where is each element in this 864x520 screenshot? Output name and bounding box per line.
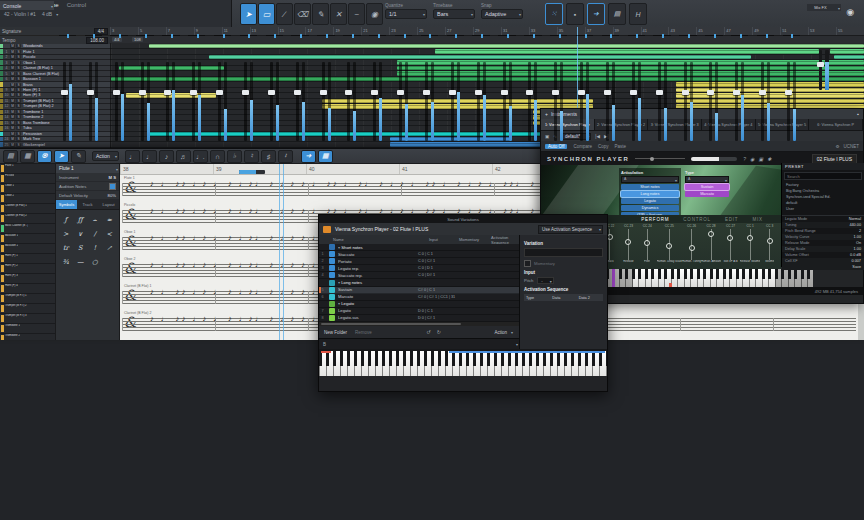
tool-button[interactable]: ∕: [276, 3, 293, 25]
volume-fader[interactable]: [63, 62, 66, 141]
solo-button[interactable]: S: [16, 126, 21, 130]
mute-button[interactable]: M: [10, 143, 15, 147]
pan-control[interactable]: [288, 33, 313, 38]
score-track-item[interactable]: Trumpet (B F..t) 1: [0, 294, 55, 304]
track-header[interactable]: 2 M S Piccolo: [0, 55, 111, 59]
score-tool-icon[interactable]: ▦: [20, 150, 35, 163]
volume-fader[interactable]: [632, 62, 635, 141]
volume-fader[interactable]: [709, 62, 712, 141]
clip[interactable]: [834, 55, 864, 59]
cc-slider[interactable]: CC 26 Human. Tuning: [682, 223, 701, 269]
pan-control[interactable]: [650, 33, 675, 38]
music-symbol-button[interactable]: ⌢: [89, 214, 101, 225]
volume-fader[interactable]: [451, 62, 454, 141]
prev-preset-icon[interactable]: |◀: [595, 134, 600, 139]
cc-slider[interactable]: CC 24 Filter: [638, 223, 657, 269]
slider-knob[interactable]: [644, 240, 650, 246]
header-icon[interactable]: ?: [743, 156, 746, 162]
mute-button[interactable]: M: [10, 121, 15, 125]
slider-knob[interactable]: [747, 235, 753, 241]
cc-slider[interactable]: CC 23 Release: [619, 223, 638, 269]
track-header[interactable]: 25 M S Glockenspiel: [0, 142, 111, 146]
pan-control[interactable]: [158, 33, 183, 38]
variations-keyboard[interactable]: [319, 349, 607, 376]
solo-button[interactable]: S: [16, 115, 21, 119]
music-symbol-button[interactable]: <: [104, 228, 116, 239]
mixfx-select[interactable]: Mix FX: [807, 4, 841, 11]
velocity-value[interactable]: 80%: [108, 193, 116, 198]
pan-control[interactable]: [598, 33, 623, 38]
tool-button[interactable]: ➤: [240, 3, 257, 25]
tool-button[interactable]: ~: [348, 3, 365, 25]
type-option[interactable]: Sustain: [685, 184, 729, 190]
loaded-patch[interactable]: 02 Flute I PLUS: [812, 154, 857, 164]
solo-button[interactable]: S: [16, 55, 21, 59]
remove-button[interactable]: Remove: [355, 330, 372, 335]
note-value-button[interactable]: ♮: [244, 150, 259, 163]
variation-row[interactable]: 4 Staccato rep. C 0 | D# 1: [319, 272, 519, 279]
pan-control[interactable]: [676, 33, 701, 38]
track-lane[interactable]: [111, 44, 864, 48]
inspector-tab[interactable]: Symbols: [56, 200, 77, 209]
music-symbol-button[interactable]: ○: [89, 256, 101, 267]
score-track-item[interactable]: Trumpet (B F..t) 2: [0, 304, 55, 314]
copy-button[interactable]: Copy: [598, 144, 609, 149]
mute-button[interactable]: M: [10, 132, 15, 136]
auto-button[interactable]: Auto Off: [545, 144, 567, 149]
type-option[interactable]: Marcato: [685, 191, 729, 197]
pan-control[interactable]: [81, 33, 106, 38]
mute-button[interactable]: M: [10, 88, 15, 92]
variation-row[interactable]: 1 Staccato C 0 | C 1: [319, 251, 519, 258]
variation-row[interactable]: 6 Marcato C# 0 | C# 1 | CC1 | 31: [319, 294, 519, 301]
dim-slider[interactable]: [635, 158, 685, 159]
variation-row[interactable]: 5 Sustain C# 0 | C 1: [319, 287, 519, 294]
slider-track[interactable]: [669, 229, 670, 260]
solo-button[interactable]: S: [16, 143, 21, 147]
music-symbol-button[interactable]: ≈: [104, 214, 116, 225]
pan-control[interactable]: [107, 33, 132, 38]
score-tool-icon[interactable]: ➤: [54, 150, 69, 163]
music-symbol-button[interactable]: >: [60, 228, 72, 239]
audition-checkbox[interactable]: [109, 183, 116, 190]
mute-button[interactable]: M: [10, 61, 15, 65]
volume-fader[interactable]: [528, 62, 531, 141]
redo-icon[interactable]: ↻: [436, 329, 440, 335]
note-value-button[interactable]: ♩.: [193, 150, 208, 163]
score-track-item[interactable]: Bassoon 2: [0, 244, 55, 254]
articulation-option[interactable]: (7/8) = fast rep.: [621, 212, 679, 215]
mute-button[interactable]: M: [10, 55, 15, 59]
solo-button[interactable]: S: [16, 50, 21, 54]
pitch-select[interactable]: -: [537, 277, 553, 284]
clip[interactable]: [435, 49, 819, 53]
mute-button[interactable]: M: [10, 104, 15, 108]
music-symbol-button[interactable]: ƒƒ: [75, 214, 87, 225]
slider-knob[interactable]: [625, 239, 631, 245]
mute-button[interactable]: M: [10, 72, 15, 76]
solo-button[interactable]: S: [16, 44, 21, 48]
score-track-item[interactable]: Trombone 1: [0, 324, 55, 334]
solo-button[interactable]: S: [16, 72, 21, 76]
momentary-checkbox[interactable]: [524, 260, 531, 267]
keyboard-icon[interactable]: ▣: [545, 134, 549, 139]
note-value-button[interactable]: ♬: [176, 150, 191, 163]
score-track-item[interactable]: Horn (F) 4: [0, 284, 55, 294]
slider-track[interactable]: [647, 229, 648, 260]
score-view-icon[interactable]: ▦: [318, 150, 333, 163]
volume-fader[interactable]: [347, 62, 350, 141]
close-icon[interactable]: ▪: [857, 111, 859, 117]
quantize-select[interactable]: Quantize 1/1: [385, 3, 427, 19]
slider-knob[interactable]: [666, 243, 672, 249]
score-track-item[interactable]: Trombone 2: [0, 334, 55, 340]
score-playhead[interactable]: [279, 164, 284, 340]
gear-icon[interactable]: ⚙: [835, 144, 839, 149]
solo-button[interactable]: S: [16, 61, 21, 65]
clip[interactable]: [149, 44, 864, 48]
volume-fader[interactable]: [89, 62, 92, 141]
volume-fader[interactable]: [425, 62, 428, 141]
note-value-button[interactable]: ♩: [142, 150, 157, 163]
note-value-button[interactable]: ♯: [261, 150, 276, 163]
variation-row[interactable]: 3 Legato rep. C 0 | D 1: [319, 265, 519, 272]
pan-control[interactable]: [417, 33, 442, 38]
solo-button[interactable]: S: [16, 83, 21, 87]
slider-knob[interactable]: [689, 245, 695, 251]
